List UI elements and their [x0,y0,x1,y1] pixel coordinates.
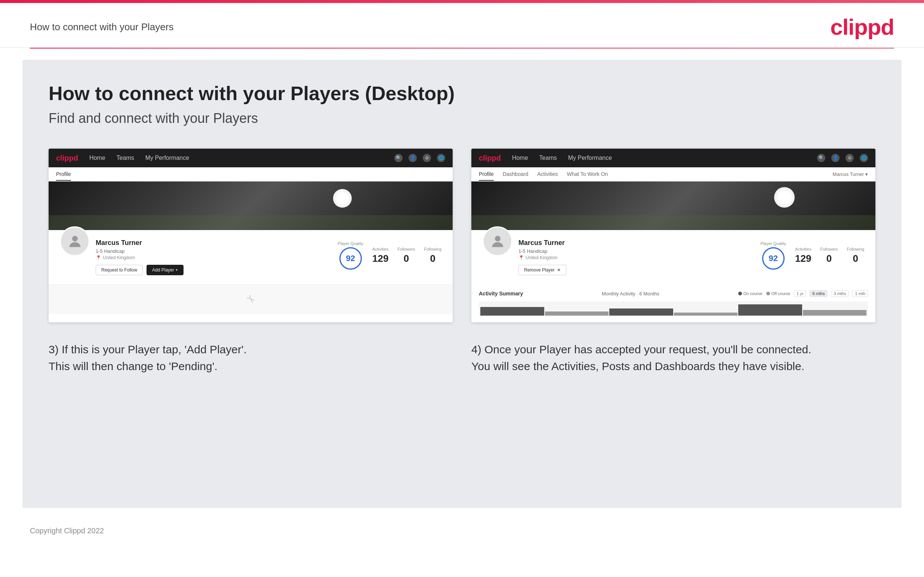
chart-bar-3 [609,308,673,316]
scissors-icon: ✂ [243,292,258,307]
screenshot1-avatar [60,226,90,256]
screenshot2-avatar [483,226,512,256]
svg-point-1 [495,236,501,241]
screenshot1-player-quality: Player Quality 92 [338,241,363,270]
screenshot2-profile-left: Marcus Turner 1-5 Handicap 📍 United King… [483,237,566,275]
quality-circle-2: 92 [762,247,785,270]
language-icon-2[interactable]: 🌐 [860,154,868,162]
screenshot1-tabs: Profile [48,167,453,182]
screenshot2-stats: Player Quality 92 Activities 129 Followe… [761,237,864,270]
screenshot2-nav-myperformance[interactable]: My Performance [568,155,612,161]
screenshot2-player-name: Marcus Turner [519,239,566,247]
screenshot1-player-name: Marcus Turner [96,239,184,247]
screenshot1-bottom: ✂ [48,284,453,314]
page-header: How to connect with your Players clippd [0,3,924,48]
chart-bar-1 [480,307,544,316]
page-header-title: How to connect with your Players [30,21,173,33]
activity-controls: On course Off course 1 yr 6 mths 3 mths … [738,290,868,297]
screenshot1-profile-section: Marcus Turner 1-5 Handicap 📍 United King… [48,230,453,284]
top-accent-bar [0,0,924,3]
screenshot1-stats: Player Quality 92 Activities 129 Followe… [338,237,441,270]
time-btn-1yr[interactable]: 1 yr [794,290,806,297]
screenshot1-following-stat: Following 0 [424,247,441,264]
clippd-logo: clippd [830,14,894,40]
close-icon: ✕ [557,268,561,272]
activity-header: Activity Summary Monthly Activity · 6 Mo… [479,290,868,297]
main-content: How to connect with your Players (Deskto… [23,60,901,508]
legend-off-course: Off course [766,291,791,296]
screenshot2-tab-right[interactable]: Marcus Turner ▾ [833,171,868,177]
screenshot2-following-stat: Following 0 [847,247,864,264]
screenshot1-nav-teams[interactable]: Teams [116,155,134,161]
screenshot2-country: 📍 United Kingdom [519,255,566,260]
on-course-dot [738,292,742,295]
screenshot2-nav-right: 🔍 👤 ⚙ 🌐 [817,154,868,162]
screenshot2-tab-activities[interactable]: Activities [537,168,558,181]
location-icon: 📍 [96,255,101,260]
chart-bar-2 [545,311,609,316]
screenshot2-handicap: 1-5 Handicap [519,248,566,254]
screenshot1-profile-info: Marcus Turner 1-5 Handicap 📍 United King… [96,237,184,275]
svg-point-0 [72,236,78,241]
screenshot2-tab-profile[interactable]: Profile [479,168,494,181]
screenshot-2: clippd Home Teams My Performance 🔍 👤 ⚙ 🌐… [471,148,876,322]
screenshot1-nav-right: 🔍 👤 ⚙ 🌐 [394,154,445,162]
main-subtitle: Find and connect with your Players [48,111,876,126]
screenshot1-country: 📍 United Kingdom [96,255,184,260]
avatar-icon [66,233,83,250]
screenshot2-tab-dashboard[interactable]: Dashboard [503,168,528,181]
off-course-dot [766,292,770,295]
remove-player-button[interactable]: Remove Player ✕ [519,265,566,275]
header-divider [30,48,894,48]
screenshot2-nav-teams[interactable]: Teams [540,155,557,161]
request-to-follow-button[interactable]: Request to Follow [96,265,143,275]
language-icon[interactable]: 🌐 [437,154,445,162]
screenshot2-tabs: Profile Dashboard Activities What To Wor… [471,167,876,182]
screenshot1-golf-banner [48,182,453,230]
screenshot1-activities-stat: Activities 129 [372,247,388,264]
chart-bar-5 [738,305,802,316]
settings-icon[interactable]: ⚙ [423,154,431,162]
screenshots-row: clippd Home Teams My Performance 🔍 👤 ⚙ 🌐… [48,148,876,322]
screenshot2-logo: clippd [479,154,501,163]
screenshot1-profile-buttons: Request to Follow Add Player + [96,265,184,275]
time-btn-3mths[interactable]: 3 mths [831,290,848,297]
screenshot2-nav-home[interactable]: Home [512,155,528,161]
page-footer: Copyright Clippd 2022 [0,519,924,543]
screenshot2-nav: clippd Home Teams My Performance 🔍 👤 ⚙ 🌐 [471,148,876,167]
description-3: 3) If this is your Player tap, 'Add Play… [48,341,453,375]
settings-icon-2[interactable]: ⚙ [845,154,854,162]
screenshot1-followers-stat: Followers 0 [397,247,415,264]
user-icon-2[interactable]: 👤 [831,154,840,162]
location-icon-2: 📍 [519,255,524,260]
chart-bar-4 [674,313,738,316]
user-icon[interactable]: 👤 [409,154,417,162]
screenshot2-profile-info: Marcus Turner 1-5 Handicap 📍 United King… [519,237,566,275]
screenshot2-activities-stat: Activities 129 [795,247,811,264]
descriptions-row: 3) If this is your Player tap, 'Add Play… [48,341,876,375]
screenshot1-handicap: 1-5 Handicap [96,248,184,254]
legend-on-course: On course [738,291,762,296]
screenshot1-nav: clippd Home Teams My Performance 🔍 👤 ⚙ 🌐 [48,148,453,167]
screenshot1-nav-myperformance[interactable]: My Performance [145,155,189,161]
time-btn-1mth[interactable]: 1 mth [852,290,868,297]
activity-period: Monthly Activity · 6 Months [602,291,659,297]
screenshot2-tab-whattoworkon[interactable]: What To Work On [567,168,608,181]
screenshot2-activity-summary: Activity Summary Monthly Activity · 6 Mo… [471,284,876,322]
time-btn-6mths[interactable]: 6 mths [809,290,827,297]
copyright-text: Copyright Clippd 2022 [30,527,104,535]
main-title: How to connect with your Players (Deskto… [48,82,876,105]
screenshot-1: clippd Home Teams My Performance 🔍 👤 ⚙ 🌐… [48,148,453,322]
add-player-button[interactable]: Add Player + [147,265,184,275]
screenshot1-logo: clippd [56,154,78,163]
screenshot2-profile-section: Marcus Turner 1-5 Handicap 📍 United King… [471,230,876,284]
chart-bar-6 [803,310,867,316]
screenshot1-nav-home[interactable]: Home [89,155,105,161]
search-icon[interactable]: 🔍 [394,154,402,162]
search-icon-2[interactable]: 🔍 [817,154,825,162]
screenshot1-profile-left: Marcus Turner 1-5 Handicap 📍 United King… [60,237,184,275]
screenshot1-tab-profile[interactable]: Profile [56,168,71,181]
avatar-icon-2 [489,233,506,250]
activity-title: Activity Summary [479,290,523,297]
activity-chart [479,301,868,316]
